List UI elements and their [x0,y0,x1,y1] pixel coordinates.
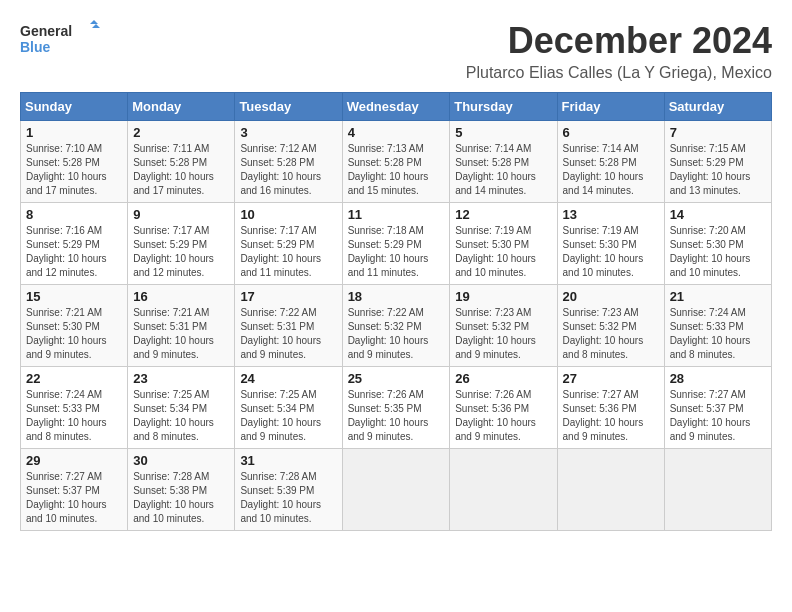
calendar-cell: 28 Sunrise: 7:27 AM Sunset: 5:37 PM Dayl… [664,367,771,449]
day-number: 19 [455,289,551,304]
day-number: 8 [26,207,122,222]
day-number: 4 [348,125,445,140]
calendar-cell: 7 Sunrise: 7:15 AM Sunset: 5:29 PM Dayli… [664,121,771,203]
day-info: Sunrise: 7:16 AM Sunset: 5:29 PM Dayligh… [26,224,122,280]
calendar-cell: 30 Sunrise: 7:28 AM Sunset: 5:38 PM Dayl… [128,449,235,531]
calendar-week-5: 29 Sunrise: 7:27 AM Sunset: 5:37 PM Dayl… [21,449,772,531]
day-number: 10 [240,207,336,222]
day-info: Sunrise: 7:11 AM Sunset: 5:28 PM Dayligh… [133,142,229,198]
location-subtitle: Plutarco Elias Calles (La Y Griega), Mex… [466,64,772,82]
day-info: Sunrise: 7:18 AM Sunset: 5:29 PM Dayligh… [348,224,445,280]
day-info: Sunrise: 7:28 AM Sunset: 5:38 PM Dayligh… [133,470,229,526]
svg-marker-3 [92,24,100,28]
day-number: 14 [670,207,766,222]
day-number: 29 [26,453,122,468]
day-info: Sunrise: 7:22 AM Sunset: 5:31 PM Dayligh… [240,306,336,362]
calendar-cell: 8 Sunrise: 7:16 AM Sunset: 5:29 PM Dayli… [21,203,128,285]
day-number: 23 [133,371,229,386]
day-info: Sunrise: 7:10 AM Sunset: 5:28 PM Dayligh… [26,142,122,198]
day-info: Sunrise: 7:25 AM Sunset: 5:34 PM Dayligh… [240,388,336,444]
day-info: Sunrise: 7:12 AM Sunset: 5:28 PM Dayligh… [240,142,336,198]
day-number: 27 [563,371,659,386]
day-info: Sunrise: 7:19 AM Sunset: 5:30 PM Dayligh… [563,224,659,280]
day-info: Sunrise: 7:27 AM Sunset: 5:37 PM Dayligh… [26,470,122,526]
svg-marker-2 [90,20,98,24]
calendar-cell: 4 Sunrise: 7:13 AM Sunset: 5:28 PM Dayli… [342,121,450,203]
logo: General Blue [20,20,100,60]
day-info: Sunrise: 7:26 AM Sunset: 5:35 PM Dayligh… [348,388,445,444]
calendar-cell: 6 Sunrise: 7:14 AM Sunset: 5:28 PM Dayli… [557,121,664,203]
day-number: 6 [563,125,659,140]
weekday-header-wednesday: Wednesday [342,93,450,121]
weekday-header-row: SundayMondayTuesdayWednesdayThursdayFrid… [21,93,772,121]
weekday-header-sunday: Sunday [21,93,128,121]
day-info: Sunrise: 7:13 AM Sunset: 5:28 PM Dayligh… [348,142,445,198]
day-number: 1 [26,125,122,140]
day-number: 18 [348,289,445,304]
calendar-cell [664,449,771,531]
day-info: Sunrise: 7:20 AM Sunset: 5:30 PM Dayligh… [670,224,766,280]
day-number: 31 [240,453,336,468]
day-number: 17 [240,289,336,304]
day-number: 22 [26,371,122,386]
day-number: 3 [240,125,336,140]
calendar-cell: 5 Sunrise: 7:14 AM Sunset: 5:28 PM Dayli… [450,121,557,203]
calendar-cell: 10 Sunrise: 7:17 AM Sunset: 5:29 PM Dayl… [235,203,342,285]
calendar-cell: 18 Sunrise: 7:22 AM Sunset: 5:32 PM Dayl… [342,285,450,367]
day-info: Sunrise: 7:28 AM Sunset: 5:39 PM Dayligh… [240,470,336,526]
calendar-cell: 26 Sunrise: 7:26 AM Sunset: 5:36 PM Dayl… [450,367,557,449]
weekday-header-saturday: Saturday [664,93,771,121]
calendar-cell: 21 Sunrise: 7:24 AM Sunset: 5:33 PM Dayl… [664,285,771,367]
calendar-cell: 15 Sunrise: 7:21 AM Sunset: 5:30 PM Dayl… [21,285,128,367]
calendar-table: SundayMondayTuesdayWednesdayThursdayFrid… [20,92,772,531]
day-info: Sunrise: 7:22 AM Sunset: 5:32 PM Dayligh… [348,306,445,362]
weekday-header-monday: Monday [128,93,235,121]
calendar-cell [450,449,557,531]
day-number: 30 [133,453,229,468]
calendar-cell: 20 Sunrise: 7:23 AM Sunset: 5:32 PM Dayl… [557,285,664,367]
day-info: Sunrise: 7:21 AM Sunset: 5:30 PM Dayligh… [26,306,122,362]
day-number: 24 [240,371,336,386]
calendar-cell: 3 Sunrise: 7:12 AM Sunset: 5:28 PM Dayli… [235,121,342,203]
day-number: 25 [348,371,445,386]
calendar-cell: 9 Sunrise: 7:17 AM Sunset: 5:29 PM Dayli… [128,203,235,285]
svg-text:Blue: Blue [20,39,51,55]
day-info: Sunrise: 7:27 AM Sunset: 5:36 PM Dayligh… [563,388,659,444]
calendar-week-2: 8 Sunrise: 7:16 AM Sunset: 5:29 PM Dayli… [21,203,772,285]
calendar-cell: 25 Sunrise: 7:26 AM Sunset: 5:35 PM Dayl… [342,367,450,449]
day-info: Sunrise: 7:27 AM Sunset: 5:37 PM Dayligh… [670,388,766,444]
day-info: Sunrise: 7:17 AM Sunset: 5:29 PM Dayligh… [240,224,336,280]
day-info: Sunrise: 7:26 AM Sunset: 5:36 PM Dayligh… [455,388,551,444]
day-number: 7 [670,125,766,140]
day-number: 5 [455,125,551,140]
title-section: December 2024 Plutarco Elias Calles (La … [466,20,772,82]
svg-text:General: General [20,23,72,39]
calendar-cell: 11 Sunrise: 7:18 AM Sunset: 5:29 PM Dayl… [342,203,450,285]
day-number: 13 [563,207,659,222]
calendar-cell [557,449,664,531]
day-number: 16 [133,289,229,304]
day-info: Sunrise: 7:14 AM Sunset: 5:28 PM Dayligh… [563,142,659,198]
weekday-header-thursday: Thursday [450,93,557,121]
day-info: Sunrise: 7:21 AM Sunset: 5:31 PM Dayligh… [133,306,229,362]
day-number: 2 [133,125,229,140]
calendar-cell: 31 Sunrise: 7:28 AM Sunset: 5:39 PM Dayl… [235,449,342,531]
calendar-cell: 1 Sunrise: 7:10 AM Sunset: 5:28 PM Dayli… [21,121,128,203]
calendar-cell: 2 Sunrise: 7:11 AM Sunset: 5:28 PM Dayli… [128,121,235,203]
calendar-cell: 13 Sunrise: 7:19 AM Sunset: 5:30 PM Dayl… [557,203,664,285]
day-info: Sunrise: 7:23 AM Sunset: 5:32 PM Dayligh… [563,306,659,362]
calendar-cell: 22 Sunrise: 7:24 AM Sunset: 5:33 PM Dayl… [21,367,128,449]
day-number: 20 [563,289,659,304]
day-info: Sunrise: 7:15 AM Sunset: 5:29 PM Dayligh… [670,142,766,198]
day-info: Sunrise: 7:25 AM Sunset: 5:34 PM Dayligh… [133,388,229,444]
calendar-cell: 12 Sunrise: 7:19 AM Sunset: 5:30 PM Dayl… [450,203,557,285]
page-header: General Blue December 2024 Plutarco Elia… [20,20,772,82]
calendar-cell: 29 Sunrise: 7:27 AM Sunset: 5:37 PM Dayl… [21,449,128,531]
calendar-cell [342,449,450,531]
calendar-cell: 27 Sunrise: 7:27 AM Sunset: 5:36 PM Dayl… [557,367,664,449]
day-number: 9 [133,207,229,222]
calendar-week-3: 15 Sunrise: 7:21 AM Sunset: 5:30 PM Dayl… [21,285,772,367]
calendar-cell: 16 Sunrise: 7:21 AM Sunset: 5:31 PM Dayl… [128,285,235,367]
logo-svg: General Blue [20,20,100,60]
day-number: 28 [670,371,766,386]
